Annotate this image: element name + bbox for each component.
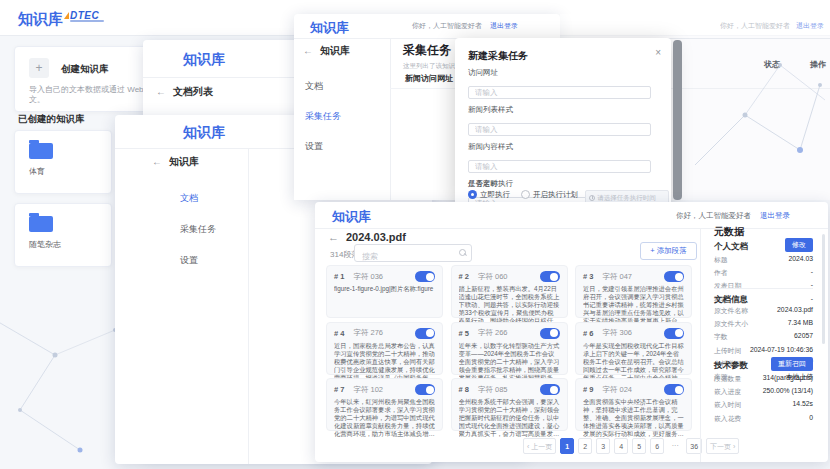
segment-char-count: 字符 036 [353, 272, 383, 282]
created-kb-label: 已创建的知识库 [18, 113, 85, 126]
back-row[interactable]: ←知识库 [303, 44, 350, 58]
radio-run-now-icon[interactable] [468, 190, 477, 199]
sidebar-item-文档[interactable]: 文档 [180, 192, 216, 205]
sidebar-item-采集任务[interactable]: 采集任务 [305, 110, 341, 123]
back-arrow-icon[interactable]: ← [152, 156, 162, 167]
segment-toggle[interactable] [540, 384, 560, 395]
segment-card[interactable]: # 4字符 276近日，国家税务总局发布公告，认真学习宣传贯彻党的二十大精神，推… [326, 322, 443, 375]
segment-card[interactable]: # 7字符 102今年以来，红河州税务局聚焦全国税务工作会议部署要求，深入学习贯… [326, 378, 443, 431]
segment-text: figure-1-figure-0.jpg|图片名称:figure [334, 285, 435, 293]
segment-toggle[interactable] [664, 328, 684, 339]
segment-card[interactable]: # 1字符 036figure-1-figure-0.jpg|图片名称:figu… [326, 265, 443, 318]
modal-new-task: 新建采集任务 × 访问网址新闻列表样式新闻内容样式任务名称 是否定时执行 立即执… [455, 38, 671, 206]
pagination-page-1[interactable]: 1 [560, 438, 574, 454]
sidebar-item-设置[interactable]: 设置 [305, 140, 341, 153]
metadata-value: 14.52s [793, 400, 813, 410]
pagination-page-3[interactable]: 3 [596, 438, 610, 454]
segment-card[interactable]: # 6字符 306今年是实现全国税收现代化工作目标承上启下的关键一年，2024年… [575, 322, 692, 375]
modal-field-input[interactable] [468, 160, 651, 173]
metadata-value: - [811, 281, 813, 291]
search-input[interactable] [355, 249, 471, 265]
kb-sidebar-nav: 文档采集任务设置 [180, 192, 216, 285]
modal-field-input[interactable] [468, 86, 651, 99]
divider [315, 228, 828, 229]
metadata-row: 发表日期- [714, 281, 813, 291]
radio-run-now-label[interactable]: 立即执行 [480, 190, 510, 199]
panel-scrollbar[interactable] [822, 234, 825, 344]
segment-card-header: # 3字符 047 [583, 271, 684, 282]
segment-text: 今年以来，红河州税务局聚焦全国税务工作会议部署要求，深入学习贯彻党的二十大精神，… [334, 398, 435, 438]
segment-toggle[interactable] [415, 271, 435, 282]
back-arrow-icon[interactable]: ← [303, 45, 313, 56]
logout-link[interactable]: 退出登录 [490, 22, 518, 29]
pagination-page-5[interactable]: 5 [632, 438, 646, 454]
pagination-page-2[interactable]: 2 [578, 438, 592, 454]
sidebar-item-采集任务[interactable]: 采集任务 [180, 223, 216, 236]
metadata-label: 上传时间 [714, 346, 741, 356]
kb-card[interactable]: 体育 [14, 130, 112, 194]
sidebar-item-文档[interactable]: 文档 [305, 80, 341, 93]
segment-card-header: # 2字符 060 [459, 271, 560, 282]
radio-run-plan-icon[interactable] [521, 190, 530, 199]
brand-subline [70, 20, 104, 22]
back-row[interactable]: ←知识库 [152, 155, 199, 169]
metadata-row: 作者- [714, 268, 813, 278]
logout-link[interactable]: 退出登录 [760, 211, 790, 220]
segment-card-header: # 9字符 024 [583, 384, 684, 395]
document-title: 2024.03.pdf [346, 231, 406, 243]
pagination-next[interactable]: 下一页 › [706, 438, 739, 454]
modal-title: 新建采集任务 [468, 49, 528, 63]
tasks-sidebar-nav: 文档采集任务设置 [305, 80, 341, 170]
segment-toggle[interactable] [664, 384, 684, 395]
add-segment-button[interactable]: + 添加段落 [640, 242, 697, 260]
recall-button[interactable]: 重新召回 [771, 357, 813, 371]
metadata-row: 原文件大小7.34 MB [714, 319, 813, 329]
doc-info-title: 文档信息 [714, 294, 748, 306]
sidebar-divider [390, 38, 391, 200]
toggle-knob [675, 386, 683, 394]
segment-toggle[interactable] [415, 328, 435, 339]
segment-card[interactable]: # 2字符 060踏上新征程，整装再出发。4月22日适逢山花烂漫时节，全国税务系… [451, 265, 568, 318]
segment-number: # 4 [334, 329, 344, 338]
doc-list-title: 文档列表 [173, 86, 213, 97]
radio-run-plan-label[interactable]: 开启执行计划 [533, 190, 578, 199]
kb-card[interactable]: 随笔杂志 [14, 203, 112, 267]
brand-triangle-icon [64, 12, 69, 19]
segment-toggle[interactable] [664, 271, 684, 282]
metadata-row: 段落数量314(paragraphs) [714, 374, 813, 384]
back-arrow-icon[interactable]: ← [328, 231, 339, 243]
segment-card[interactable]: # 5字符 266近年来，以数字化转型驱动生产方式变革——2024年全国税务工作… [451, 322, 568, 375]
pagination-page-4[interactable]: 4 [614, 438, 628, 454]
toggle-knob [550, 273, 558, 281]
segment-toggle[interactable] [540, 328, 560, 339]
logout-link[interactable]: 退出登录 [796, 22, 824, 29]
pagination-page-6[interactable]: 6 [650, 438, 664, 454]
segment-number: # 6 [583, 329, 593, 338]
pagination-prev[interactable]: ‹ 上一页 [523, 438, 556, 454]
back-row[interactable]: ←文档列表 [156, 85, 213, 99]
kb-back-label: 知识库 [320, 45, 350, 56]
close-icon[interactable]: × [655, 47, 661, 58]
modal-field-label: 新闻列表样式 [468, 105, 651, 115]
toggle-knob [675, 273, 683, 281]
segment-card[interactable]: # 8字符 085全州税务系统干部大会强调，要深入学习贯彻党的二十大精神，深刻领… [451, 378, 568, 431]
edit-metadata-button[interactable]: 修改 [785, 238, 813, 252]
back-arrow-icon[interactable]: ← [156, 86, 166, 97]
segment-card[interactable]: # 9字符 024全面贯彻落实中央经济工作会议精神，坚持稳中求进工作总基调，完整… [575, 378, 692, 431]
back-row[interactable]: ←2024.03.pdf [328, 231, 406, 243]
segment-toggle[interactable] [415, 384, 435, 395]
sidebar-item-设置[interactable]: 设置 [180, 254, 216, 267]
segment-toggle[interactable] [540, 271, 560, 282]
metadata-label: 段落数量 [714, 374, 741, 384]
segment-number: # 1 [334, 272, 344, 281]
create-kb-title: 创建知识库 [61, 63, 109, 76]
segment-card-header: # 4字符 276 [334, 328, 435, 339]
segment-card[interactable]: # 3字符 047近日，党建引领基层治理推进会在州府召开，会议强调要深入学习贯彻… [575, 265, 692, 318]
kb-card-name: 随笔杂志 [29, 239, 111, 250]
divider [714, 288, 813, 289]
metadata-row: 上传时间2024-07-19 10:46:36 [714, 346, 813, 356]
metadata-value: 250.00% (13/14) [763, 387, 813, 397]
modal-field-input[interactable] [468, 123, 651, 136]
modal-scrollbar[interactable] [673, 40, 682, 200]
metadata-row: 字数62057 [714, 332, 813, 342]
